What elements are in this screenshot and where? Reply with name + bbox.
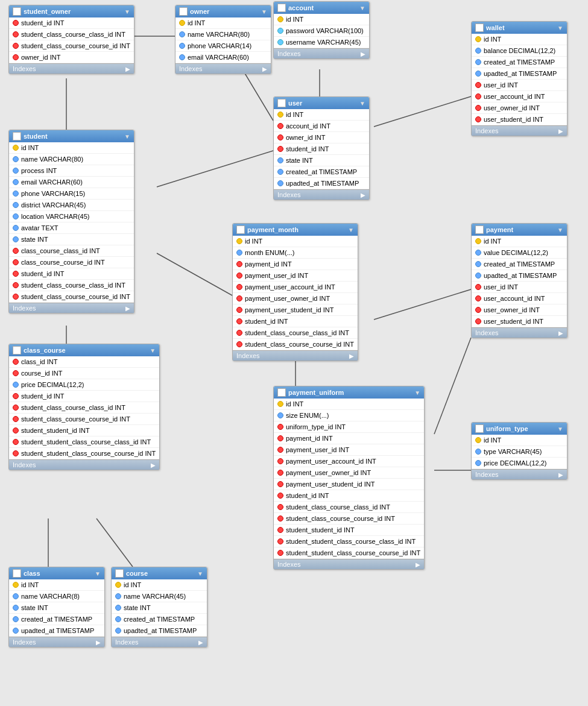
table-icon-class_course	[13, 346, 21, 355]
field-name: owner_id INT	[286, 133, 325, 142]
table-chevron-payment_month[interactable]: ▼	[348, 227, 354, 233]
field-name: payment_user_owner_id INT	[245, 294, 330, 303]
indexes-chevron-student_owner[interactable]: ▶	[125, 66, 130, 72]
indexes-row-uniform_type[interactable]: Indexes ▶	[472, 469, 567, 479]
field-icon	[475, 449, 481, 455]
indexes-row-course[interactable]: Indexes ▶	[112, 637, 207, 647]
indexes-row-class[interactable]: Indexes ▶	[9, 637, 104, 647]
table-header-payment_uniform[interactable]: payment_uniform ▼	[274, 386, 424, 399]
field-name: id INT	[286, 110, 303, 119]
field-name: user_student_id INT	[484, 317, 543, 326]
field-icon	[179, 31, 185, 37]
indexes-chevron-uniform_type[interactable]: ▶	[558, 471, 563, 478]
field-name: state INT	[286, 156, 313, 165]
field-name: student_student_class_course_course_id I…	[286, 548, 420, 558]
field-icon	[475, 273, 481, 279]
indexes-row-owner[interactable]: Indexes ▶	[175, 63, 271, 74]
table-header-uniform_type[interactable]: uniform_type ▼	[472, 423, 567, 435]
table-header-student_owner[interactable]: student_owner ▼	[9, 5, 134, 17]
table-chevron-class_course[interactable]: ▼	[150, 347, 156, 354]
table-name-class: class	[24, 570, 40, 577]
indexes-chevron-student[interactable]: ▶	[125, 305, 130, 312]
table-header-wallet[interactable]: wallet ▼	[472, 22, 567, 34]
table-name-uniform_type: uniform_type	[486, 425, 528, 432]
field-icon	[179, 20, 185, 26]
field-name: student_id INT	[286, 491, 329, 500]
field-icon	[13, 582, 19, 588]
indexes-row-payment[interactable]: Indexes ▶	[472, 327, 567, 338]
indexes-row-payment_month[interactable]: Indexes ▶	[233, 350, 358, 361]
indexes-chevron-class[interactable]: ▶	[96, 639, 101, 646]
table-header-payment[interactable]: payment ▼	[472, 224, 567, 236]
table-header-owner[interactable]: owner ▼	[175, 5, 271, 17]
indexes-row-payment_uniform[interactable]: Indexes ▶	[274, 559, 424, 569]
table-name-wallet: wallet	[486, 24, 505, 31]
table-chevron-uniform_type[interactable]: ▼	[557, 426, 563, 432]
table-chevron-student[interactable]: ▼	[124, 133, 130, 140]
table-header-account[interactable]: account ▼	[274, 2, 369, 14]
indexes-row-student_owner[interactable]: Indexes ▶	[9, 63, 134, 74]
field-icon	[13, 43, 19, 49]
table-chevron-student_owner[interactable]: ▼	[124, 8, 130, 15]
field-name: course_id INT	[21, 368, 62, 378]
field-icon	[236, 273, 242, 279]
field-icon	[277, 39, 283, 45]
table-icon-account	[277, 4, 286, 12]
table-chevron-payment_uniform[interactable]: ▼	[414, 389, 420, 396]
table-row: created_at TIMESTAMP	[274, 166, 369, 178]
table-chevron-owner[interactable]: ▼	[261, 8, 267, 15]
indexes-chevron-payment[interactable]: ▶	[558, 330, 563, 336]
table-row: payment_user_id INT	[274, 444, 424, 456]
indexes-row-user[interactable]: Indexes ▶	[274, 189, 369, 200]
table-row: user_student_id INT	[472, 114, 567, 125]
field-icon	[475, 437, 481, 443]
table-header-student[interactable]: student ▼	[9, 130, 134, 142]
table-row: id INT	[274, 109, 369, 121]
table-header-class_course[interactable]: class_course ▼	[9, 344, 159, 356]
table-row: class_course_course_id INT	[9, 257, 134, 268]
field-icon	[475, 307, 481, 313]
table-row: student_id INT	[274, 143, 369, 155]
table-chevron-wallet[interactable]: ▼	[557, 25, 563, 31]
table-header-user[interactable]: user ▼	[274, 97, 369, 109]
indexes-chevron-owner[interactable]: ▶	[262, 66, 267, 72]
indexes-chevron-user[interactable]: ▶	[361, 192, 365, 198]
field-icon	[475, 261, 481, 267]
table-chevron-user[interactable]: ▼	[359, 100, 365, 107]
indexes-chevron-account[interactable]: ▶	[361, 51, 365, 57]
field-name: id INT	[484, 236, 501, 246]
indexes-row-wallet[interactable]: Indexes ▶	[472, 125, 567, 136]
table-chevron-account[interactable]: ▼	[359, 5, 365, 11]
table-row: student_id INT	[233, 316, 358, 327]
table-chevron-class[interactable]: ▼	[95, 570, 101, 577]
indexes-chevron-payment_uniform[interactable]: ▶	[416, 561, 420, 568]
field-name: payment_id INT	[286, 433, 333, 443]
field-name: avatar TEXT	[21, 223, 58, 233]
table-header-payment_month[interactable]: payment_month ▼	[233, 224, 358, 236]
field-icon	[13, 393, 19, 399]
field-icon	[13, 427, 19, 433]
indexes-chevron-class_course[interactable]: ▶	[151, 462, 156, 468]
table-row: created_at TIMESTAMP	[472, 57, 567, 68]
field-icon	[13, 31, 19, 37]
indexes-row-account[interactable]: Indexes ▶	[274, 48, 369, 58]
indexes-chevron-wallet[interactable]: ▶	[558, 128, 563, 134]
field-name: student_class_course_course_id INT	[21, 414, 130, 424]
field-icon	[277, 180, 283, 186]
table-name-payment_uniform: payment_uniform	[288, 389, 344, 396]
table-row: id INT	[112, 579, 207, 591]
table-row: student_class_course_class_id INT	[274, 502, 424, 513]
indexes-label-payment_uniform: Indexes	[277, 561, 301, 568]
table-chevron-payment[interactable]: ▼	[557, 227, 563, 233]
table-row: phone VARCHAR(14)	[175, 40, 271, 52]
indexes-row-class_course[interactable]: Indexes ▶	[9, 459, 159, 470]
field-icon	[13, 54, 19, 60]
table-header-course[interactable]: course ▼	[112, 567, 207, 579]
indexes-row-student[interactable]: Indexes ▶	[9, 303, 134, 313]
indexes-label-class: Indexes	[13, 638, 36, 646]
field-name: payment_user_student_id INT	[286, 479, 375, 489]
table-header-class[interactable]: class ▼	[9, 567, 104, 579]
table-chevron-course[interactable]: ▼	[197, 570, 203, 577]
indexes-chevron-course[interactable]: ▶	[198, 639, 203, 646]
indexes-chevron-payment_month[interactable]: ▶	[349, 353, 354, 359]
